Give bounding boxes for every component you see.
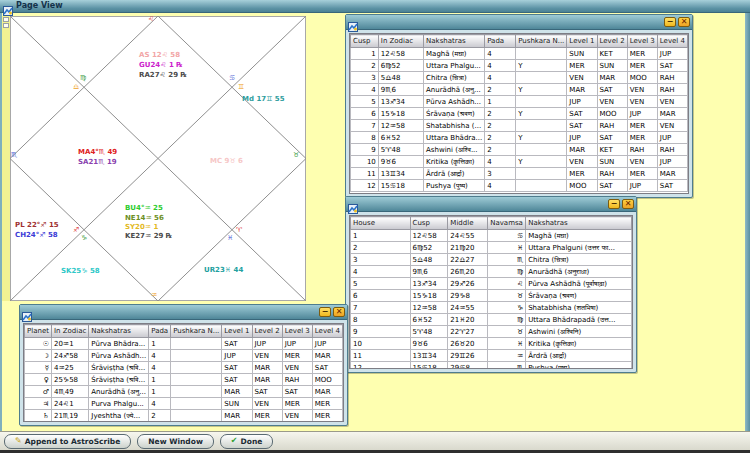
window-titlebar[interactable]: − ✕ (346, 197, 636, 212)
table-cell: Y (516, 60, 567, 72)
table-cell: VEN (657, 96, 687, 108)
table-cell: 12 (351, 362, 411, 370)
table-cell: 6♍52 (378, 60, 423, 72)
ascendant-label: AS 12♌ 58 (139, 51, 180, 59)
window-titlebar[interactable]: − ✕ (346, 15, 692, 30)
column-header[interactable]: Cusp (351, 35, 379, 48)
window-titlebar[interactable]: − ✕ (20, 305, 347, 320)
table-row[interactable]: 112♌58Maghā (मघा)4SUNKETMERJUP (351, 48, 688, 60)
table-row[interactable]: ☽24♐58Pūrva Ashādh...4JUPVENMERMAR (25, 350, 343, 362)
table-row[interactable]: 712♒5824♒55♑Shatabhisha (शतभिषा) (351, 302, 632, 314)
column-header[interactable]: Level 3 (627, 35, 657, 48)
done-button[interactable]: ✔ Done (220, 434, 274, 449)
column-header[interactable]: Nakshatras (526, 217, 632, 230)
close-button[interactable]: ✕ (678, 17, 690, 27)
sign-leo-icon: ♌ (148, 16, 154, 23)
minimize-button[interactable]: − (608, 199, 620, 209)
table-cell: 10 (351, 156, 379, 168)
table-row[interactable]: 35♎48Chitra (चित्रा)4VENMARMOORAH (351, 72, 688, 84)
column-header[interactable]: Pada (149, 325, 171, 338)
column-header[interactable]: Pushkara N... (171, 325, 222, 338)
table-row[interactable]: 1215♋18Pushya (पुष्य)4MOOSATJUPSAT (351, 180, 688, 192)
column-header[interactable]: Level 1 (222, 325, 252, 338)
table-cell: MER (627, 132, 657, 144)
table-row[interactable]: 86♓52Uttara Bhādra...2YJUPSATMERJUP (351, 132, 688, 144)
table-cell: SAT (222, 362, 252, 374)
column-header[interactable]: Planet (25, 325, 52, 338)
table-cell: 29♋8 (448, 362, 488, 370)
minimize-button[interactable]: − (319, 307, 331, 317)
table-cell: 4♒25 (51, 362, 88, 374)
column-header[interactable]: Cusp (410, 217, 448, 230)
splitter-grip[interactable] (3, 17, 9, 22)
table-cell: MAR (567, 144, 597, 156)
table-header: CuspIn ZodiacNakshatrasPadaPushkara N...… (351, 35, 688, 48)
column-header[interactable]: Nakshatras (89, 325, 149, 338)
table-cell (171, 350, 222, 362)
table-cell: MOO (627, 72, 657, 84)
table-row[interactable]: 1215♋1829♋8♏Pushya (पुष्य) (351, 362, 632, 370)
close-button[interactable]: ✕ (333, 307, 345, 317)
append-to-astroscribe-button[interactable]: ✎ Append to AstroScribe (4, 434, 131, 449)
table-row[interactable]: 86♓5221♓20♍Uttara Bhādrapadā (उत्त... (351, 314, 632, 326)
column-header[interactable]: Level 3 (282, 325, 312, 338)
column-header[interactable]: In Zodiac (51, 325, 88, 338)
table-row[interactable]: 35♎4822♎27♏Chitra (चित्रा) (351, 254, 632, 266)
table-row[interactable]: 1113♊3429♊26♒Ārdrā (आर्द्रा) (351, 350, 632, 362)
table-cell: MER (627, 168, 657, 180)
table-row[interactable]: ♃24♌1Purva Phalgu...4SUNVENMERMER (25, 398, 343, 410)
minimize-button[interactable]: − (664, 17, 676, 27)
splitter-strip[interactable] (2, 16, 10, 301)
page-view-window: Page View ♌♍♎♏♐♑♒♓♈♉♊♋AS 12♌ 58GU24♌ 1 ℞… (0, 0, 750, 453)
column-header[interactable]: Level 4 (657, 35, 687, 48)
table-cell: 9♉6 (378, 156, 423, 168)
table-row[interactable]: 513♐3429♐26♌Pūrva Ashādhā (पूर्वाषाढ़ा) (351, 278, 632, 290)
table-row[interactable]: 49♏626♏20♍Anurādhā (अनुराधा) (351, 266, 632, 278)
column-header[interactable]: In Zodiac (378, 35, 423, 48)
column-header[interactable]: Navamsa (488, 217, 526, 230)
done-button-label: Done (241, 437, 263, 446)
table-cell: SAT (222, 374, 252, 386)
new-window-button[interactable]: New Window (137, 434, 214, 449)
table-row[interactable]: ♂4♏49Anurādhā (अनु...1MARSATSATMAR (25, 386, 343, 398)
column-header[interactable]: Level 1 (567, 35, 597, 48)
table-cell: 6♍52 (410, 242, 448, 254)
table-row[interactable]: 26♍52Uttara Phalgu...4YMERSUNMERSAT (351, 60, 688, 72)
table-row[interactable]: 49♏6Anurādhā (अनु...2YMARSATVENRAH (351, 84, 688, 96)
column-header[interactable]: Middle (448, 217, 488, 230)
table-row[interactable]: 26♍5221♍20♓Uttara Phalguni (उत्तर फा... (351, 242, 632, 254)
table-row[interactable]: 95♈48Ashwini (अश्वि...2MARKETRAHRAH (351, 144, 688, 156)
table-row[interactable]: 109♉6Kritika (कृत्तिका)4YVENSUNVENJUP (351, 156, 688, 168)
table-cell: SAT (597, 132, 627, 144)
table-cell: 26♏20 (448, 266, 488, 278)
column-header[interactable]: Pada (485, 35, 516, 48)
table-row[interactable]: 513♐34Pūrva Ashādh...1JUPVENVENVEN (351, 96, 688, 108)
close-button[interactable]: ✕ (622, 199, 634, 209)
table-row[interactable]: 615♑18Śrāvaṇa (श्रवण)2YSATMOOJUPMAR (351, 108, 688, 120)
table-cell: 5 (351, 278, 411, 290)
table-row[interactable]: 95♈4822♈27♉Ashwini (अश्विनि) (351, 326, 632, 338)
column-header[interactable]: Level 4 (312, 325, 342, 338)
column-header[interactable]: Pushkara N... (516, 35, 567, 48)
table-row[interactable]: 1113♊34Ārdrā (आर्द्रा)3MERRAHMERMAR (351, 168, 688, 180)
table-row[interactable]: 112♌5824♌55♋Maghā (मघा) (351, 230, 632, 242)
table-row[interactable]: ☿4♒25Śrāviṣṭha (श्रवि...4SATMARVENSAT (25, 362, 343, 374)
table-row[interactable]: ♄21♏19Jyeshtha (ज्ये...2MARMERVENMER (25, 410, 343, 422)
table-cell: 15♑18 (410, 290, 448, 302)
column-header[interactable]: Level 2 (252, 325, 282, 338)
column-header[interactable]: Nakshatras (424, 35, 485, 48)
splitter-grip[interactable] (3, 23, 9, 28)
table-row[interactable]: 615♑1829♑8♉Śrāvaṇa (श्रवण) (351, 290, 632, 302)
title-bar[interactable]: Page View (0, 0, 750, 13)
table-row[interactable]: ♀25♑58Śrāviṣṭha (श्रवि...1SATMARRAHMOO (25, 374, 343, 386)
column-header[interactable]: Level 2 (597, 35, 627, 48)
table-row[interactable]: 712♒58Shatabhisha (...2SATRAHMERVEN (351, 120, 688, 132)
table-cell: VEN (282, 410, 312, 422)
table-row[interactable]: 109♉626♉20♓Kritika (कृत्तिका) (351, 338, 632, 350)
table-cell: SAT (222, 338, 252, 350)
column-header[interactable]: House (351, 217, 411, 230)
table-cell: JUP (252, 338, 282, 350)
table-row[interactable]: ☉20♒1Pūrva Bhādra...1SATJUPJUPJUP (25, 338, 343, 350)
sun-label: SY20♒ 1 (125, 223, 158, 231)
table-cell: 2 (485, 84, 516, 96)
